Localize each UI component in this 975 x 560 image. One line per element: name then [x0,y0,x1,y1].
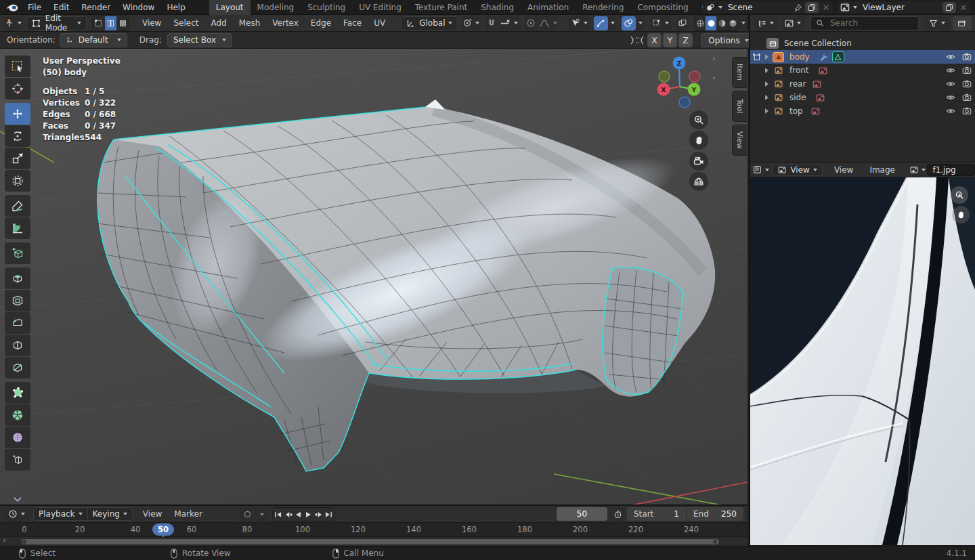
pin-icon[interactable] [794,3,802,12]
show-gizmo-selectability-button[interactable] [569,16,590,30]
play-button[interactable] [303,508,313,521]
shading-material-button[interactable] [716,16,727,30]
jump-to-start-button[interactable] [273,508,283,521]
tool-tweak-select[interactable] [5,56,30,77]
disable-render-icon[interactable] [962,93,972,102]
image-data-icon[interactable] [816,93,825,102]
gizmos-dropdown[interactable] [609,16,616,30]
menu-help[interactable]: Help [160,3,191,12]
current-frame-badge[interactable]: 50 [152,523,174,536]
next-keyframe-button[interactable] [313,508,324,521]
use-preview-range-button[interactable] [610,507,625,521]
image-data-icon[interactable] [819,66,827,75]
image-menu-image[interactable]: Image [863,165,901,175]
image-zoom-button[interactable] [951,186,968,204]
proportional-editing-button[interactable] [525,16,537,30]
image-name-field[interactable]: f1.jpg [927,164,975,176]
auto-key-button[interactable] [238,507,256,521]
blender-logo-icon[interactable] [5,3,19,12]
outliner-search-field[interactable] [810,16,919,30]
navigation-gizmo[interactable]: Z X Y [652,54,708,115]
editor-type-button[interactable] [4,16,22,30]
pivot-point-button[interactable] [462,16,480,30]
close-scene-icon[interactable] [822,3,830,12]
new-viewlayer-button[interactable] [942,2,956,13]
mirror-y-button[interactable]: Y [663,33,677,47]
viewport-3d[interactable]: User Perspective (50) body Objects1 / 5 … [0,49,748,504]
scrollbar-handle-left[interactable] [22,540,26,544]
reference-photo[interactable] [750,177,975,545]
menu-edit[interactable]: Edit [47,3,75,12]
tab-compositing[interactable]: Compositing [630,1,695,14]
hide-eye-icon[interactable] [946,79,955,89]
panel-handle-second[interactable]: › [712,73,715,82]
tool-poly-build[interactable] [5,382,30,404]
image-data-icon[interactable] [812,80,821,89]
select-mode-face[interactable] [116,16,129,30]
menu-vertex[interactable]: Vertex [266,18,305,28]
hide-eye-icon[interactable] [946,52,955,62]
disable-render-icon[interactable] [962,79,972,89]
tool-annotate[interactable] [5,195,30,217]
options-dropdown[interactable]: Options [701,33,755,47]
close-viewlayer-icon[interactable] [959,3,968,12]
outliner-type-button[interactable] [754,16,778,30]
menu-window[interactable]: Window [116,3,160,12]
scene-name[interactable]: Scene [728,3,794,12]
menu-render[interactable]: Render [75,3,116,12]
overlays-toggle-button[interactable] [622,16,636,30]
mesh-data-icon[interactable] [832,51,844,62]
hide-eye-icon[interactable] [946,106,955,116]
viewlayer-dropdown-caret[interactable] [853,6,857,9]
overlays-dropdown[interactable] [636,16,644,30]
play-reverse-button[interactable] [293,508,303,521]
image-pan-button[interactable] [952,206,970,223]
snap-settings-button[interactable] [500,16,520,30]
tool-add-cube[interactable] [5,242,30,264]
scene-icon[interactable] [706,3,715,12]
hide-eye-icon[interactable] [946,66,955,75]
tab-layout[interactable]: Layout [209,0,251,15]
tool-move[interactable] [5,103,30,125]
mirror-x-button[interactable]: X [647,33,662,47]
gizmos-toggle-button[interactable] [594,16,608,30]
mirror-z-button[interactable]: Z [678,33,693,47]
new-scene-button[interactable] [805,2,819,13]
outliner-display-mode-button[interactable] [781,16,805,30]
menu-view[interactable]: View [136,18,167,28]
tool-inset-faces[interactable] [5,290,30,311]
drag-dropdown[interactable]: Select Box [167,33,232,47]
viewlayer-icon[interactable] [840,3,850,12]
search-input[interactable] [829,18,903,28]
image-menu-view[interactable]: View [828,165,859,175]
end-frame-field[interactable]: End250 [687,507,743,521]
outliner-row-side[interactable]: side [750,91,975,104]
tab-modeling[interactable]: Modeling [251,1,301,14]
timeline-scrollbar[interactable] [22,539,719,544]
select-mode-edge[interactable] [105,16,117,30]
toggle-ortho-button[interactable] [689,172,708,191]
tool-bevel[interactable] [5,312,30,334]
toolbar-more-indicator[interactable] [14,497,22,502]
menu-edge[interactable]: Edge [305,18,337,28]
scrollbar-handle-right[interactable] [713,540,717,544]
disable-render-icon[interactable] [962,52,972,62]
playback-dropdown[interactable]: Playback [33,507,88,521]
current-frame-field[interactable]: 50 [557,507,607,521]
timeline-menu-view[interactable]: View [137,509,168,519]
pan-hand-button[interactable] [689,131,708,150]
tab-texture-paint[interactable]: Texture Paint [408,1,474,14]
tool-cursor[interactable] [5,78,30,100]
outliner-row-front[interactable]: front [750,64,975,77]
tool-randomize[interactable] [5,449,30,471]
panel-handle-top[interactable]: › [712,54,716,63]
tool-scale[interactable] [5,148,30,169]
auto-key-dropdown[interactable] [257,507,267,521]
shading-wireframe-button[interactable] [695,16,706,30]
viewlayer-name[interactable]: ViewLayer [863,3,942,12]
shading-solid-button[interactable] [706,16,716,30]
tool-transform[interactable] [5,170,30,192]
camera-view-button[interactable] [689,152,708,171]
disable-render-icon[interactable] [962,106,972,116]
shading-rendered-button[interactable] [728,16,739,30]
